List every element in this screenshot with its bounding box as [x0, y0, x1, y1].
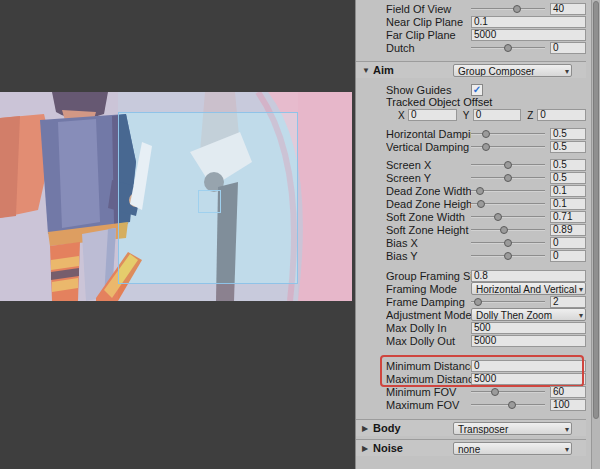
group-framing-size-field[interactable]: 0.8 [471, 270, 586, 282]
foldout-closed-icon[interactable]: ▶ [362, 424, 373, 433]
frame-damping-label: Frame Damping [386, 296, 471, 308]
minimum-fov-slider[interactable] [471, 386, 545, 398]
dead-zone-width-row: Dead Zone Width 0.1 [356, 184, 586, 197]
foldout-closed-icon[interactable]: ▶ [362, 444, 373, 453]
slider-thumb[interactable] [504, 239, 512, 247]
show-guides-checkbox[interactable]: ✓ [471, 84, 483, 96]
maximum-distance-label: Maximum Distanc [386, 373, 471, 385]
far-clip-field[interactable]: 5000 [471, 29, 586, 41]
near-clip-row: Near Clip Plane 0.1 [356, 15, 586, 28]
dutch-slider[interactable] [471, 42, 545, 54]
foldout-open-icon[interactable]: ▼ [362, 66, 373, 75]
slider-thumb[interactable] [508, 401, 516, 409]
frame-damping-slider[interactable] [471, 296, 545, 308]
horizontal-damping-row: Horizontal Dampin 0.5 [356, 127, 586, 140]
dead-zone-width-slider[interactable] [471, 185, 545, 197]
bias-x-slider[interactable] [471, 237, 545, 249]
maximum-distance-field[interactable]: 5000 [471, 373, 586, 385]
screen-y-slider[interactable] [471, 172, 545, 184]
frame-damping-value[interactable]: 2 [550, 296, 586, 308]
screen-x-row: Screen X 0.5 [356, 158, 586, 171]
near-clip-field[interactable]: 0.1 [471, 16, 586, 28]
noise-foldout-header[interactable]: ▶ Noise none ▾ [356, 439, 586, 456]
dutch-row: Dutch 0 [356, 41, 586, 54]
maximum-fov-slider[interactable] [471, 399, 545, 411]
soft-zone-height-label: Soft Zone Height [386, 224, 471, 236]
noise-label: Noise [373, 442, 453, 454]
horizontal-damping-slider[interactable] [471, 128, 545, 140]
minimum-fov-label: Minimum FOV [386, 386, 471, 398]
soft-zone-width-label: Soft Zone Width [386, 211, 471, 223]
minimum-distance-label: Minimum Distance [386, 360, 471, 372]
game-view[interactable] [0, 92, 352, 301]
minimum-distance-row: Minimum Distance 0 [356, 359, 586, 372]
minimum-distance-field[interactable]: 0 [471, 360, 586, 372]
slider-thumb[interactable] [477, 200, 485, 208]
framing-mode-value: Horizontal And Vertical [476, 284, 577, 295]
dropdown-arrow-icon: ▾ [565, 424, 569, 435]
soft-zone-height-slider[interactable] [471, 224, 545, 236]
horizontal-damping-value[interactable]: 0.5 [550, 128, 586, 140]
framing-mode-dropdown[interactable]: Horizontal And Vertical ▾ [471, 282, 586, 295]
maximum-fov-value[interactable]: 100 [550, 399, 586, 411]
slider-thumb[interactable] [504, 252, 512, 260]
aim-type-dropdown[interactable]: Group Composer ▾ [453, 64, 572, 77]
slider-thumb[interactable] [476, 187, 484, 195]
dead-zone-height-label: Dead Zone Height [386, 198, 471, 210]
bias-x-value[interactable]: 0 [550, 237, 586, 249]
noise-type-dropdown[interactable]: none ▾ [453, 442, 572, 455]
framing-mode-label: Framing Mode [386, 283, 471, 295]
screen-y-label: Screen Y [386, 172, 471, 184]
framing-mode-row: Framing Mode Horizontal And Vertical ▾ [356, 282, 586, 295]
slider-thumb[interactable] [491, 388, 499, 396]
scrollbar-thumb[interactable] [593, 1, 599, 419]
aim-foldout-header[interactable]: ▼ Aim Group Composer ▾ [356, 61, 586, 78]
inspector-rows: Field Of View 40 Near Clip Plane 0.1 Far… [356, 0, 600, 456]
bias-y-value[interactable]: 0 [550, 250, 586, 262]
slider-thumb[interactable] [504, 161, 512, 169]
frame-damping-row: Frame Damping 2 [356, 295, 586, 308]
minimum-fov-value[interactable]: 60 [550, 386, 586, 398]
tracked-y-field[interactable]: 0 [473, 109, 522, 121]
vertical-damping-value[interactable]: 0.5 [550, 141, 586, 153]
field-of-view-value[interactable]: 40 [550, 3, 586, 15]
field-of-view-label: Field Of View [386, 3, 471, 15]
soft-zone-width-value[interactable]: 0.71 [550, 211, 586, 223]
slider-track [471, 8, 545, 10]
tracked-z-field[interactable]: 0 [537, 109, 586, 121]
dead-zone-height-slider[interactable] [471, 198, 545, 210]
dutch-value[interactable]: 0 [550, 42, 586, 54]
game-view-image [0, 92, 352, 301]
bias-y-row: Bias Y 0 [356, 249, 586, 262]
vertical-damping-slider[interactable] [471, 141, 545, 153]
body-foldout-header[interactable]: ▶ Body Transposer ▾ [356, 419, 586, 436]
dead-zone-height-value[interactable]: 0.1 [550, 198, 586, 210]
slider-thumb[interactable] [513, 5, 521, 13]
slider-thumb[interactable] [504, 44, 512, 52]
slider-thumb[interactable] [504, 174, 512, 182]
slider-track [471, 391, 545, 393]
max-dolly-out-field[interactable]: 5000 [471, 335, 586, 347]
max-dolly-out-label: Max Dolly Out [386, 335, 471, 347]
tracked-offset-xyz-row: X 0 Y 0 Z 0 [356, 108, 586, 122]
bias-y-slider[interactable] [471, 250, 545, 262]
soft-zone-height-value[interactable]: 0.89 [550, 224, 586, 236]
body-type-dropdown[interactable]: Transposer ▾ [453, 422, 572, 435]
dead-zone-width-value[interactable]: 0.1 [550, 185, 586, 197]
tracked-x-field[interactable]: 0 [408, 109, 457, 121]
vertical-damping-row: Vertical Damping 0.5 [356, 140, 586, 153]
slider-thumb[interactable] [500, 226, 508, 234]
screen-y-value[interactable]: 0.5 [550, 172, 586, 184]
screen-x-value[interactable]: 0.5 [550, 159, 586, 171]
soft-zone-width-slider[interactable] [471, 211, 545, 223]
screen-x-slider[interactable] [471, 159, 545, 171]
inspector-scrollbar[interactable] [591, 0, 600, 469]
adjustment-mode-dropdown[interactable]: Dolly Then Zoom ▾ [471, 308, 586, 321]
slider-thumb[interactable] [482, 143, 490, 151]
field-of-view-slider[interactable] [471, 3, 545, 15]
group-framing-size-row: Group Framing Si 0.8 [356, 269, 586, 282]
slider-thumb[interactable] [494, 213, 502, 221]
slider-thumb[interactable] [482, 130, 490, 138]
slider-thumb[interactable] [474, 298, 482, 306]
max-dolly-in-field[interactable]: 500 [471, 322, 586, 334]
